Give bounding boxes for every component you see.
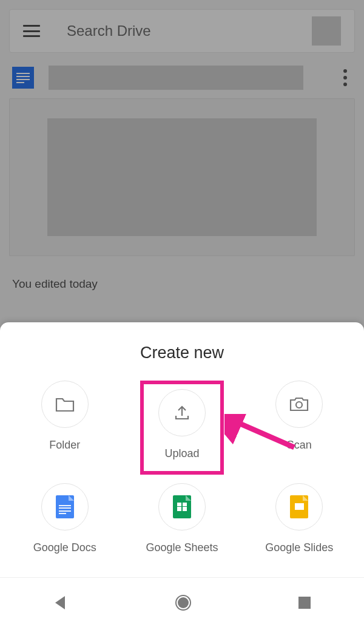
nav-home-icon[interactable] xyxy=(174,594,192,612)
svg-point-3 xyxy=(178,597,189,608)
create-google-docs-option[interactable]: Google Docs xyxy=(6,483,123,554)
nav-recent-icon[interactable] xyxy=(298,596,311,609)
nav-back-icon[interactable] xyxy=(53,595,69,611)
annotation-highlight-box: Upload xyxy=(140,381,224,475)
create-scan-option[interactable]: Scan xyxy=(241,381,358,466)
svg-point-0 xyxy=(296,402,302,408)
create-upload-option[interactable]: Upload xyxy=(123,381,240,466)
option-label: Google Sheets xyxy=(146,541,218,554)
option-label: Folder xyxy=(49,439,80,452)
slides-icon xyxy=(290,495,308,518)
sheet-title: Create new xyxy=(0,322,364,381)
android-nav-bar xyxy=(0,577,364,627)
create-folder-option[interactable]: Folder xyxy=(6,381,123,466)
sheets-icon xyxy=(173,495,191,518)
option-label: Upload xyxy=(158,447,206,460)
option-label: Google Slides xyxy=(265,541,333,554)
create-google-slides-option[interactable]: Google Slides xyxy=(241,483,358,554)
create-options-grid: Folder Upload Scan xyxy=(0,381,364,554)
svg-rect-4 xyxy=(298,597,311,609)
create-google-sheets-option[interactable]: Google Sheets xyxy=(123,483,240,554)
docs-icon xyxy=(56,495,74,518)
option-label: Scan xyxy=(287,439,312,452)
folder-icon xyxy=(55,396,75,412)
upload-icon xyxy=(173,404,191,422)
option-label: Google Docs xyxy=(33,541,96,554)
camera-icon xyxy=(289,396,309,413)
